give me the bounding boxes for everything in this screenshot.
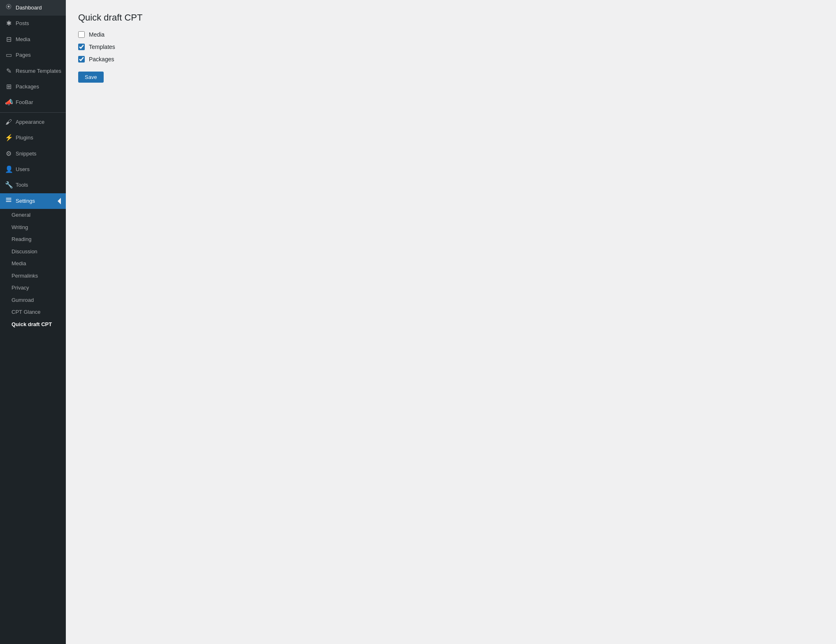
svg-rect-2 xyxy=(6,199,12,200)
dashboard-icon xyxy=(5,3,12,12)
checkbox-row-templates: Templates xyxy=(78,44,824,50)
sidebar-label-users: Users xyxy=(16,166,61,173)
users-icon: 👤 xyxy=(5,165,12,174)
checkbox-templates[interactable] xyxy=(78,44,85,50)
sidebar-item-settings[interactable]: Settings xyxy=(0,193,66,209)
sidebar: Dashboard ✱ Posts ⊟ Media ▭ Pages ✎ Resu… xyxy=(0,0,66,644)
submenu-item-reading[interactable]: Reading xyxy=(0,233,66,246)
sidebar-label-pages: Pages xyxy=(16,51,61,59)
settings-submenu: General Writing Reading Discussion Media… xyxy=(0,209,66,330)
tools-icon: 🔧 xyxy=(5,181,12,190)
checkbox-label-templates[interactable]: Templates xyxy=(89,44,115,50)
sidebar-label-resume: Resume Templates xyxy=(16,67,61,75)
sidebar-item-foobar[interactable]: 📣 FooBar xyxy=(0,95,66,110)
sidebar-label-dashboard: Dashboard xyxy=(16,4,61,12)
packages-icon: ⊞ xyxy=(5,82,12,91)
submenu-item-gumroad[interactable]: Gumroad xyxy=(0,294,66,306)
main-content: Quick draft CPT Media Templates Packages… xyxy=(66,0,836,644)
settings-icon xyxy=(5,197,12,206)
checkbox-label-packages[interactable]: Packages xyxy=(89,56,114,63)
plugins-icon: ⚡ xyxy=(5,133,12,142)
foobar-icon: 📣 xyxy=(5,98,12,107)
media-icon: ⊟ xyxy=(5,35,12,44)
page-title: Quick draft CPT xyxy=(78,12,824,23)
checkbox-media[interactable] xyxy=(78,31,85,38)
sidebar-item-snippets[interactable]: ⚙ Snippets xyxy=(0,146,66,162)
submenu-item-media[interactable]: Media xyxy=(0,257,66,270)
submenu-item-general[interactable]: General xyxy=(0,209,66,221)
posts-icon: ✱ xyxy=(5,19,12,28)
submenu-item-discussion[interactable]: Discussion xyxy=(0,246,66,258)
sidebar-label-appearance: Appearance xyxy=(16,118,61,126)
sidebar-item-pages[interactable]: ▭ Pages xyxy=(0,47,66,63)
submenu-item-permalinks[interactable]: Permalinks xyxy=(0,270,66,282)
resume-icon: ✎ xyxy=(5,67,12,76)
checkbox-label-media[interactable]: Media xyxy=(89,31,104,38)
appearance-icon: 🖌 xyxy=(5,118,12,127)
sidebar-item-posts[interactable]: ✱ Posts xyxy=(0,16,66,31)
checkbox-row-media: Media xyxy=(78,31,824,38)
sidebar-label-media: Media xyxy=(16,36,61,43)
submenu-item-writing[interactable]: Writing xyxy=(0,221,66,234)
sidebar-label-snippets: Snippets xyxy=(16,150,61,158)
sidebar-item-packages[interactable]: ⊞ Packages xyxy=(0,79,66,95)
sidebar-item-users[interactable]: 👤 Users xyxy=(0,162,66,177)
checkbox-packages[interactable] xyxy=(78,56,85,63)
sidebar-item-resume-templates[interactable]: ✎ Resume Templates xyxy=(0,63,66,79)
submenu-item-cpt-glance[interactable]: CPT Glance xyxy=(0,306,66,318)
settings-arrow-icon xyxy=(58,198,61,204)
save-button[interactable]: Save xyxy=(78,72,104,83)
sidebar-label-plugins: Plugins xyxy=(16,134,61,141)
sidebar-item-appearance[interactable]: 🖌 Appearance xyxy=(0,114,66,130)
svg-rect-3 xyxy=(6,201,12,202)
submenu-item-quick-draft-cpt[interactable]: Quick draft CPT xyxy=(0,318,66,331)
sidebar-label-settings: Settings xyxy=(16,197,54,205)
sidebar-item-plugins[interactable]: ⚡ Plugins xyxy=(0,130,66,146)
form-section: Media Templates Packages Save xyxy=(78,31,824,83)
checkbox-row-packages: Packages xyxy=(78,56,824,63)
sidebar-label-foobar: FooBar xyxy=(16,99,61,106)
sidebar-label-packages: Packages xyxy=(16,83,61,90)
snippets-icon: ⚙ xyxy=(5,149,12,158)
sidebar-item-dashboard[interactable]: Dashboard xyxy=(0,0,66,16)
sidebar-label-tools: Tools xyxy=(16,181,61,189)
sidebar-divider-1 xyxy=(0,112,66,113)
svg-point-0 xyxy=(8,6,10,8)
submenu-item-privacy[interactable]: Privacy xyxy=(0,282,66,294)
svg-rect-1 xyxy=(6,198,12,199)
sidebar-item-tools[interactable]: 🔧 Tools xyxy=(0,177,66,193)
sidebar-label-posts: Posts xyxy=(16,20,61,27)
sidebar-item-media[interactable]: ⊟ Media xyxy=(0,32,66,47)
pages-icon: ▭ xyxy=(5,51,12,60)
